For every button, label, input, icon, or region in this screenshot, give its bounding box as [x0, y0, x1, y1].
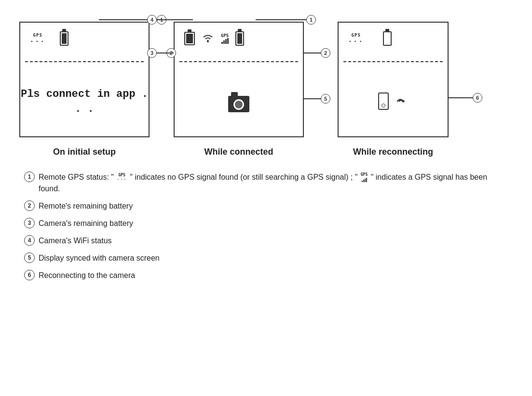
legend-item-6: 6 Reconnecting to the camera: [24, 270, 508, 281]
signal-waves: [395, 94, 408, 108]
callout-5: 5: [321, 94, 330, 104]
connected-diagram: 4 1 3 2: [174, 14, 304, 157]
diagrams-row: 1 2 GPS ···: [19, 14, 513, 157]
legend-item-2: 2 Remote's remaining battery: [24, 200, 508, 212]
initial-top-row: GPS ···: [30, 31, 68, 46]
gps-signal-inline: GPS: [361, 173, 368, 182]
callout-3: 3: [147, 48, 157, 58]
reconnecting-caption: While reconnecting: [353, 147, 433, 157]
legend-item-4: 4 Camera's WiFi status: [24, 235, 508, 247]
legend-num-4: 4: [24, 235, 35, 246]
reconnecting-screen: GPS ···: [339, 23, 448, 136]
gps-bars-connected: GPS: [221, 33, 229, 44]
initial-setup-diagram: 1 2 GPS ···: [19, 14, 150, 157]
dashed-line-reconnecting: [343, 61, 443, 62]
connected-screen: GPS: [175, 23, 303, 136]
legend-item-3: 3 Camera's remaining battery: [24, 218, 508, 229]
battery-icon-connected: [235, 31, 244, 46]
phone-icon: [378, 92, 389, 110]
dashed-line-initial: [25, 61, 144, 62]
initial-setup-box: GPS ··· Pls connect in app . . .: [19, 22, 150, 137]
connected-caption: While connected: [204, 147, 273, 157]
legend-text-5: Display synced with camera screen: [39, 252, 508, 264]
battery-icon-reconnecting: [383, 31, 392, 46]
legend-item-1: 1 Remote GPS status: " GPS··· " indicate…: [24, 172, 508, 195]
legend-text-2: Remote's remaining battery: [39, 200, 508, 212]
gps-dots-icon: GPS ···: [30, 33, 45, 45]
big-camera-icon: [228, 96, 249, 112]
reconnecting-top-row: GPS ···: [348, 31, 392, 46]
legend-text-4: Camera's WiFi status: [39, 235, 508, 247]
page-container: 1 2 GPS ···: [19, 14, 513, 281]
camera-battery-connected: [184, 32, 195, 45]
connected-box: GPS: [174, 22, 304, 137]
initial-caption: On initial setup: [53, 147, 116, 157]
legend-num-5: 5: [24, 252, 35, 263]
callout-4: 4: [147, 15, 157, 25]
initial-screen: GPS ··· Pls connect in app . . .: [20, 23, 149, 136]
svg-point-1: [402, 100, 405, 103]
callout-6: 6: [473, 93, 482, 103]
legend-text-3: Camera's remaining battery: [39, 218, 508, 229]
connect-text: Pls connect in app . . .: [20, 87, 149, 117]
callout-1-connected: 1: [306, 15, 316, 25]
callout-2-connected: 2: [321, 48, 330, 58]
gps-no-signal-inline: GPS···: [117, 173, 126, 182]
legend-num-1: 1: [24, 172, 35, 182]
legend-num-2: 2: [24, 200, 35, 211]
battery-icon-initial: [60, 31, 68, 46]
reconnecting-box: GPS ···: [338, 22, 449, 137]
dashed-line-connected: [179, 61, 298, 62]
legend-text-6: Reconnecting to the camera: [39, 270, 508, 281]
connected-top-row: GPS: [184, 31, 244, 46]
svg-point-0: [207, 40, 209, 42]
camera-center: [228, 96, 249, 112]
reconnecting-diagram: 6 GPS ···: [338, 14, 449, 157]
gps-dots-reconnecting: GPS ···: [348, 33, 364, 45]
legend-item-5: 5 Display synced with camera screen: [24, 252, 508, 264]
description-section: 1 Remote GPS status: " GPS··· " indicate…: [19, 172, 513, 281]
legend-num-3: 3: [24, 218, 35, 228]
legend-text-1: Remote GPS status: " GPS··· " indicates …: [39, 172, 508, 195]
legend-num-6: 6: [24, 270, 35, 280]
reconnecting-center: [378, 92, 408, 110]
wifi-icon: [202, 33, 214, 45]
